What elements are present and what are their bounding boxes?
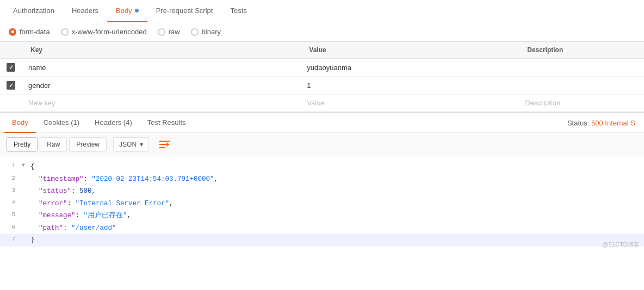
response-toolbar: Pretty Raw Preview JSON ▾ bbox=[0, 133, 644, 156]
chevron-down-icon: ▾ bbox=[140, 141, 143, 148]
tab-body[interactable]: Body bbox=[107, 0, 147, 22]
radio-form-data-circle bbox=[9, 28, 16, 36]
tab-pre-request-script[interactable]: Pre-request Script bbox=[147, 0, 222, 22]
bottom-tab-headers-label: Headers (4) bbox=[95, 118, 132, 127]
preview-button[interactable]: Preview bbox=[69, 137, 107, 152]
body-dot-indicator bbox=[135, 9, 139, 12]
table-row: gender 1 bbox=[0, 77, 644, 94]
radio-urlencoded[interactable]: x-www-form-urlencoded bbox=[61, 28, 147, 36]
line-number-7: 7 bbox=[2, 234, 22, 245]
json-line-2: 2 "timestamp": "2020-02-23T14:54:03.791+… bbox=[0, 173, 644, 186]
radio-raw-circle bbox=[158, 28, 165, 36]
radio-raw-label: raw bbox=[169, 28, 180, 36]
bottom-tab-body[interactable]: Body bbox=[4, 113, 36, 133]
row1-checkbox-cell[interactable] bbox=[0, 59, 22, 77]
raw-button[interactable]: Raw bbox=[40, 137, 67, 152]
json-viewer: 1 ▼ { 2 "timestamp": "2020-02-23T14:54:0… bbox=[0, 156, 644, 251]
tab-pre-request-label: Pre-request Script bbox=[156, 7, 213, 15]
col-header-key: Key bbox=[22, 42, 300, 59]
radio-binary-label: binary bbox=[202, 28, 221, 36]
radio-raw[interactable]: raw bbox=[158, 28, 180, 36]
bottom-tab-body-label: Body bbox=[12, 118, 28, 127]
bottom-tab-cookies[interactable]: Cookies (1) bbox=[36, 113, 87, 133]
row1-description[interactable] bbox=[518, 59, 644, 77]
bottom-section: Body Cookies (1) Headers (4) Test Result… bbox=[0, 112, 644, 251]
row2-checkbox-cell[interactable] bbox=[0, 77, 22, 94]
json-content-5: "message": "用户已存在", bbox=[30, 210, 131, 222]
body-type-selector: form-data x-www-form-urlencoded raw bina… bbox=[0, 22, 644, 42]
bottom-tab-cookies-label: Cookies (1) bbox=[44, 118, 79, 127]
json-content-1: { bbox=[30, 161, 35, 173]
json-line-7: 7 } bbox=[0, 234, 644, 247]
status-code: 500 Internal S bbox=[591, 119, 635, 127]
radio-binary[interactable]: binary bbox=[191, 28, 221, 36]
row2-value[interactable]: 1 bbox=[300, 77, 518, 94]
tab-tests[interactable]: Tests bbox=[221, 0, 255, 22]
json-content-6: "path": "/user/add" bbox=[30, 222, 116, 235]
tab-tests-label: Tests bbox=[230, 7, 246, 15]
form-data-table: Key Value Description name yudaoyuanma g… bbox=[0, 42, 644, 112]
line-number-1: 1 bbox=[2, 161, 22, 172]
json-content-2: "timestamp": "2020-02-23T14:54:03.791+00… bbox=[30, 173, 218, 186]
row2-key[interactable]: gender bbox=[22, 77, 300, 94]
json-line-6: 6 "path": "/user/add" bbox=[0, 222, 644, 235]
radio-form-data-label: form-data bbox=[20, 28, 50, 36]
bottom-tab-test-results-label: Test Results bbox=[147, 118, 186, 127]
tab-headers-label: Headers bbox=[72, 7, 98, 15]
line-toggle-1[interactable]: ▼ bbox=[22, 161, 30, 171]
top-tab-bar: Authorization Headers Body Pre-request S… bbox=[0, 0, 644, 22]
table-row: name yudaoyuanma bbox=[0, 59, 644, 77]
json-content-4: "error": "Internal Server Error", bbox=[30, 198, 174, 210]
col-header-checkbox bbox=[0, 42, 22, 59]
row1-key[interactable]: name bbox=[22, 59, 300, 77]
bottom-tab-test-results[interactable]: Test Results bbox=[140, 113, 194, 133]
bottom-tab-bar: Body Cookies (1) Headers (4) Test Result… bbox=[0, 113, 644, 133]
json-content-3: "status": 500, bbox=[30, 185, 96, 198]
line-number-6: 6 bbox=[2, 222, 22, 233]
json-line-1: 1 ▼ { bbox=[0, 161, 644, 173]
tab-authorization-label: Authorization bbox=[13, 7, 54, 15]
format-dropdown[interactable]: JSON ▾ bbox=[113, 137, 149, 152]
row1-value[interactable]: yudaoyuanma bbox=[300, 59, 518, 77]
col-header-description: Description bbox=[518, 42, 644, 59]
row2-checkbox[interactable] bbox=[7, 81, 15, 90]
tab-authorization[interactable]: Authorization bbox=[4, 0, 63, 22]
line-number-4: 4 bbox=[2, 198, 22, 209]
radio-urlencoded-circle bbox=[61, 28, 69, 36]
tab-body-label: Body bbox=[116, 7, 132, 15]
response-status: Status: 500 Internal S bbox=[567, 119, 640, 127]
col-header-value: Value bbox=[300, 42, 518, 59]
json-line-5: 5 "message": "用户已存在", bbox=[0, 210, 644, 222]
pretty-button[interactable]: Pretty bbox=[7, 137, 38, 152]
placeholder-description[interactable]: Description bbox=[518, 94, 644, 112]
wrap-button[interactable] bbox=[154, 137, 175, 152]
row2-description[interactable] bbox=[518, 77, 644, 94]
radio-form-data[interactable]: form-data bbox=[9, 28, 50, 36]
tab-headers[interactable]: Headers bbox=[63, 0, 107, 22]
line-number-2: 2 bbox=[2, 173, 22, 184]
radio-binary-circle bbox=[191, 28, 199, 36]
placeholder-value[interactable]: Value bbox=[300, 94, 518, 112]
json-line-4: 4 "error": "Internal Server Error", bbox=[0, 198, 644, 210]
row1-checkbox[interactable] bbox=[7, 63, 15, 72]
status-label: Status: bbox=[567, 119, 589, 127]
table-row-placeholder: New key Value Description bbox=[0, 94, 644, 112]
json-content-7: } bbox=[30, 234, 35, 247]
line-number-3: 3 bbox=[2, 185, 22, 196]
watermark: @51CTO博客 bbox=[603, 241, 640, 249]
radio-urlencoded-label: x-www-form-urlencoded bbox=[72, 28, 147, 36]
placeholder-checkbox-cell bbox=[0, 94, 22, 112]
json-line-3: 3 "status": 500, bbox=[0, 185, 644, 198]
format-dropdown-label: JSON bbox=[119, 141, 137, 148]
bottom-tab-headers[interactable]: Headers (4) bbox=[87, 113, 140, 133]
line-number-5: 5 bbox=[2, 210, 22, 220]
placeholder-key[interactable]: New key bbox=[22, 94, 300, 112]
